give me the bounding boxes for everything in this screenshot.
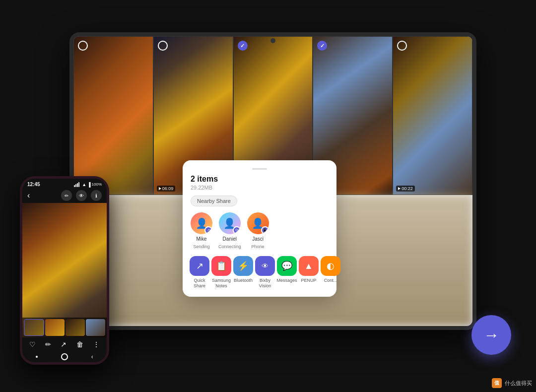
photo-duration-2: 06:09 — [157, 186, 176, 192]
nearby-share-button[interactable]: Nearby Share — [191, 196, 237, 206]
bluetooth-label: Bluetooth — [234, 278, 253, 283]
quick-share-label: Quick Share — [191, 278, 208, 289]
phone-device: 12:45 ▲ ▐ 100% ‹ ✏ 👁 — [20, 176, 109, 365]
phone-photo-strip — [22, 318, 107, 337]
penup-icon: ▲ — [299, 256, 319, 276]
contact-jasci[interactable]: 👤 📱 Jasci Phone — [247, 212, 269, 249]
app-samsung-notes[interactable]: 📋 Samsung Notes — [212, 256, 230, 289]
phone-main-photo — [22, 203, 107, 337]
share-size: 29.22MB — [191, 185, 329, 191]
messages-label: Messages — [276, 278, 297, 283]
bixby-icon: 👁 — [255, 256, 275, 276]
more-label: Cont... — [324, 278, 337, 283]
app-bixby[interactable]: 👁 Bixby Vision — [256, 256, 274, 289]
more-options-icon[interactable]: ⋮ — [93, 340, 100, 348]
bluetooth-icon: ⚡ — [233, 256, 253, 276]
contact-mike[interactable]: 👤 ↗ Mike Sending — [191, 212, 212, 249]
watermark-logo: 值 — [492, 378, 502, 388]
tablet-camera — [270, 38, 275, 43]
battery-icon: ▐ — [87, 182, 90, 187]
nav-home-icon[interactable] — [61, 353, 68, 360]
contact-avatar-mike: 👤 ↗ — [191, 212, 212, 234]
info-icon[interactable]: ℹ — [91, 190, 102, 201]
heart-icon[interactable]: ♡ — [29, 340, 36, 348]
more-icon: ◐ — [321, 256, 340, 276]
quick-share-icon: ↗ — [190, 256, 209, 276]
delete-icon[interactable]: 🗑 — [76, 340, 83, 348]
fab-arrow-icon: → — [483, 326, 499, 344]
strip-thumb-3[interactable] — [66, 319, 85, 336]
phone-topbar: ‹ ✏ 👁 ℹ — [22, 188, 107, 203]
nav-apps-icon[interactable] — [36, 356, 38, 358]
contact-name-jasci: Jasci — [252, 236, 264, 242]
phone-screen: 12:45 ▲ ▐ 100% ‹ ✏ 👁 — [22, 179, 107, 362]
bixby-label: Bixby Vision — [256, 278, 274, 289]
photo-check-2[interactable] — [158, 41, 168, 51]
signal-icon — [74, 182, 79, 187]
phone-status-bar: 12:45 ▲ ▐ 100% — [22, 179, 107, 188]
contact-status-mike: Sending — [193, 244, 209, 249]
contact-status-daniel: Connecting — [218, 244, 241, 249]
sending-badge: ↗ — [204, 226, 212, 234]
share-icon[interactable]: ↗ — [61, 340, 67, 348]
share-divider — [252, 168, 267, 170]
pencil-icon[interactable]: ✏ — [45, 340, 51, 348]
apps-row: ↗ Quick Share 📋 Samsung Notes ⚡ Bluetoot… — [191, 256, 329, 289]
phone-back-button[interactable]: ‹ — [27, 191, 30, 200]
photo-check-3[interactable] — [238, 41, 248, 51]
contacts-row: 👤 ↗ Mike Sending 👤 ⟳ — [191, 212, 329, 249]
contact-avatar-jasci: 👤 📱 — [247, 212, 269, 234]
battery-percent: 100% — [92, 182, 102, 187]
share-sheet: 2 items 29.22MB Nearby Share 👤 ↗ Mike Se… — [183, 160, 336, 297]
phone-badge: 📱 — [261, 226, 269, 234]
phone-time: 12:45 — [27, 182, 40, 187]
app-quick-share[interactable]: ↗ Quick Share — [191, 256, 208, 289]
messages-icon: 💬 — [277, 256, 297, 276]
app-more[interactable]: ◐ Cont... — [322, 256, 339, 283]
connecting-badge: ⟳ — [233, 226, 241, 234]
phone-action-icons: ✏ 👁 ℹ — [61, 190, 102, 201]
phone-status-icons: ▲ ▐ 100% — [74, 182, 102, 187]
app-messages[interactable]: 💬 Messages — [278, 256, 296, 283]
strip-thumb-4[interactable] — [86, 319, 105, 336]
contact-avatar-daniel: 👤 ⟳ — [219, 212, 241, 234]
app-bluetooth[interactable]: ⚡ Bluetooth — [234, 256, 252, 283]
contact-daniel[interactable]: 👤 ⟳ Daniel Connecting — [218, 212, 241, 249]
nav-back-icon[interactable]: ‹ — [91, 353, 93, 360]
photo-thumb-1[interactable] — [73, 36, 153, 195]
phone-bottom-bar: ♡ ✏ ↗ 🗑 ⋮ — [22, 337, 107, 351]
strip-thumb-2[interactable] — [45, 319, 65, 336]
photo-check-1[interactable] — [78, 41, 88, 51]
share-title: 2 items — [191, 175, 329, 184]
wifi-icon: ▲ — [82, 182, 86, 187]
penup-label: PENUP — [301, 278, 316, 283]
eye-icon[interactable]: 👁 — [76, 190, 87, 201]
main-scene: 06:09 00:20 00:53 — [20, 17, 516, 375]
tablet-screen: 06:09 00:20 00:53 — [73, 36, 472, 326]
contact-name-daniel: Daniel — [223, 236, 237, 242]
app-penup[interactable]: ▲ PENUP — [300, 256, 318, 283]
fab-share-button[interactable]: → — [471, 315, 511, 355]
photo-duration-5: 00:22 — [396, 186, 415, 192]
photo-thumb-5[interactable]: 00:22 — [393, 36, 472, 195]
strip-thumb-1[interactable] — [24, 319, 44, 336]
samsung-notes-label: Samsung Notes — [212, 278, 231, 289]
samsung-notes-icon: 📋 — [211, 256, 231, 276]
watermark: 值 什么值得买 — [492, 378, 532, 388]
edit-icon[interactable]: ✏ — [61, 190, 72, 201]
tablet-device: 06:09 00:20 00:53 — [69, 32, 476, 330]
contact-name-mike: Mike — [196, 236, 206, 242]
contact-status-jasci: Phone — [252, 244, 265, 249]
phone-nav-bar: ‹ — [22, 351, 107, 362]
watermark-text: 什么值得买 — [505, 380, 532, 387]
